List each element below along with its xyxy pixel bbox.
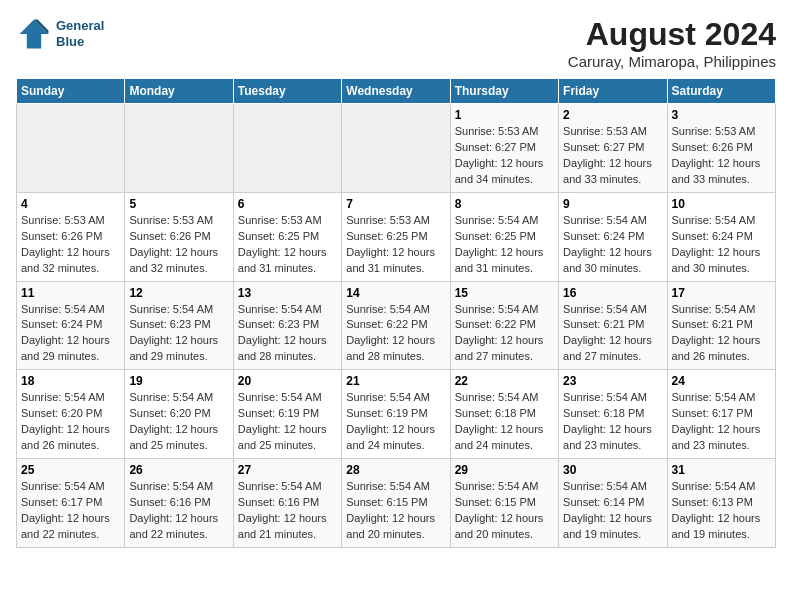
day-cell: 31 Sunrise: 5:54 AM Sunset: 6:13 PM Dayl…: [667, 459, 775, 548]
column-header-tuesday: Tuesday: [233, 79, 341, 104]
day-number: 4: [21, 197, 120, 211]
day-info: Sunrise: 5:54 AM Sunset: 6:19 PM Dayligh…: [238, 390, 337, 454]
day-info: Sunrise: 5:54 AM Sunset: 6:23 PM Dayligh…: [238, 302, 337, 366]
day-number: 11: [21, 286, 120, 300]
day-cell: 29 Sunrise: 5:54 AM Sunset: 6:15 PM Dayl…: [450, 459, 558, 548]
day-info: Sunrise: 5:54 AM Sunset: 6:24 PM Dayligh…: [563, 213, 662, 277]
day-info: Sunrise: 5:53 AM Sunset: 6:26 PM Dayligh…: [21, 213, 120, 277]
day-number: 27: [238, 463, 337, 477]
column-header-sunday: Sunday: [17, 79, 125, 104]
day-number: 15: [455, 286, 554, 300]
day-cell: 21 Sunrise: 5:54 AM Sunset: 6:19 PM Dayl…: [342, 370, 450, 459]
day-cell: 11 Sunrise: 5:54 AM Sunset: 6:24 PM Dayl…: [17, 281, 125, 370]
column-header-saturday: Saturday: [667, 79, 775, 104]
day-number: 17: [672, 286, 771, 300]
logo-line2: Blue: [56, 34, 104, 50]
day-number: 3: [672, 108, 771, 122]
day-info: Sunrise: 5:54 AM Sunset: 6:24 PM Dayligh…: [672, 213, 771, 277]
day-number: 10: [672, 197, 771, 211]
day-cell: 25 Sunrise: 5:54 AM Sunset: 6:17 PM Dayl…: [17, 459, 125, 548]
day-cell: 7 Sunrise: 5:53 AM Sunset: 6:25 PM Dayli…: [342, 192, 450, 281]
day-number: 22: [455, 374, 554, 388]
day-cell: 22 Sunrise: 5:54 AM Sunset: 6:18 PM Dayl…: [450, 370, 558, 459]
week-row-3: 11 Sunrise: 5:54 AM Sunset: 6:24 PM Dayl…: [17, 281, 776, 370]
day-number: 30: [563, 463, 662, 477]
day-info: Sunrise: 5:54 AM Sunset: 6:23 PM Dayligh…: [129, 302, 228, 366]
week-row-2: 4 Sunrise: 5:53 AM Sunset: 6:26 PM Dayli…: [17, 192, 776, 281]
day-info: Sunrise: 5:54 AM Sunset: 6:14 PM Dayligh…: [563, 479, 662, 543]
day-info: Sunrise: 5:54 AM Sunset: 6:16 PM Dayligh…: [129, 479, 228, 543]
column-header-monday: Monday: [125, 79, 233, 104]
calendar-header: SundayMondayTuesdayWednesdayThursdayFrid…: [17, 79, 776, 104]
day-cell: 3 Sunrise: 5:53 AM Sunset: 6:26 PM Dayli…: [667, 104, 775, 193]
day-cell: 27 Sunrise: 5:54 AM Sunset: 6:16 PM Dayl…: [233, 459, 341, 548]
day-cell: [233, 104, 341, 193]
calendar-table: SundayMondayTuesdayWednesdayThursdayFrid…: [16, 78, 776, 548]
logo-icon: [16, 16, 52, 52]
day-info: Sunrise: 5:53 AM Sunset: 6:26 PM Dayligh…: [672, 124, 771, 188]
page-header: General Blue August 2024 Caruray, Mimaro…: [16, 16, 776, 70]
day-info: Sunrise: 5:53 AM Sunset: 6:25 PM Dayligh…: [346, 213, 445, 277]
day-cell: 30 Sunrise: 5:54 AM Sunset: 6:14 PM Dayl…: [559, 459, 667, 548]
day-info: Sunrise: 5:54 AM Sunset: 6:15 PM Dayligh…: [346, 479, 445, 543]
day-info: Sunrise: 5:53 AM Sunset: 6:27 PM Dayligh…: [563, 124, 662, 188]
day-cell: 5 Sunrise: 5:53 AM Sunset: 6:26 PM Dayli…: [125, 192, 233, 281]
day-info: Sunrise: 5:54 AM Sunset: 6:17 PM Dayligh…: [672, 390, 771, 454]
day-cell: 13 Sunrise: 5:54 AM Sunset: 6:23 PM Dayl…: [233, 281, 341, 370]
day-cell: [342, 104, 450, 193]
day-number: 23: [563, 374, 662, 388]
week-row-5: 25 Sunrise: 5:54 AM Sunset: 6:17 PM Dayl…: [17, 459, 776, 548]
day-info: Sunrise: 5:53 AM Sunset: 6:25 PM Dayligh…: [238, 213, 337, 277]
day-cell: 9 Sunrise: 5:54 AM Sunset: 6:24 PM Dayli…: [559, 192, 667, 281]
day-number: 12: [129, 286, 228, 300]
day-info: Sunrise: 5:54 AM Sunset: 6:13 PM Dayligh…: [672, 479, 771, 543]
title-block: August 2024 Caruray, Mimaropa, Philippin…: [568, 16, 776, 70]
day-number: 31: [672, 463, 771, 477]
day-info: Sunrise: 5:54 AM Sunset: 6:16 PM Dayligh…: [238, 479, 337, 543]
calendar-subtitle: Caruray, Mimaropa, Philippines: [568, 53, 776, 70]
calendar-body: 1 Sunrise: 5:53 AM Sunset: 6:27 PM Dayli…: [17, 104, 776, 548]
day-cell: 19 Sunrise: 5:54 AM Sunset: 6:20 PM Dayl…: [125, 370, 233, 459]
column-header-wednesday: Wednesday: [342, 79, 450, 104]
column-header-friday: Friday: [559, 79, 667, 104]
day-number: 19: [129, 374, 228, 388]
day-info: Sunrise: 5:53 AM Sunset: 6:27 PM Dayligh…: [455, 124, 554, 188]
day-cell: 28 Sunrise: 5:54 AM Sunset: 6:15 PM Dayl…: [342, 459, 450, 548]
day-cell: 1 Sunrise: 5:53 AM Sunset: 6:27 PM Dayli…: [450, 104, 558, 193]
day-info: Sunrise: 5:54 AM Sunset: 6:19 PM Dayligh…: [346, 390, 445, 454]
logo-line1: General: [56, 18, 104, 34]
day-cell: 12 Sunrise: 5:54 AM Sunset: 6:23 PM Dayl…: [125, 281, 233, 370]
day-number: 5: [129, 197, 228, 211]
day-cell: 6 Sunrise: 5:53 AM Sunset: 6:25 PM Dayli…: [233, 192, 341, 281]
day-info: Sunrise: 5:54 AM Sunset: 6:22 PM Dayligh…: [346, 302, 445, 366]
day-number: 29: [455, 463, 554, 477]
calendar-title: August 2024: [568, 16, 776, 53]
day-number: 25: [21, 463, 120, 477]
day-info: Sunrise: 5:54 AM Sunset: 6:18 PM Dayligh…: [563, 390, 662, 454]
day-cell: 2 Sunrise: 5:53 AM Sunset: 6:27 PM Dayli…: [559, 104, 667, 193]
day-number: 14: [346, 286, 445, 300]
day-info: Sunrise: 5:54 AM Sunset: 6:24 PM Dayligh…: [21, 302, 120, 366]
day-number: 2: [563, 108, 662, 122]
day-info: Sunrise: 5:54 AM Sunset: 6:25 PM Dayligh…: [455, 213, 554, 277]
day-info: Sunrise: 5:53 AM Sunset: 6:26 PM Dayligh…: [129, 213, 228, 277]
logo-text: General Blue: [56, 18, 104, 49]
day-cell: [17, 104, 125, 193]
day-cell: 16 Sunrise: 5:54 AM Sunset: 6:21 PM Dayl…: [559, 281, 667, 370]
day-number: 26: [129, 463, 228, 477]
day-cell: 26 Sunrise: 5:54 AM Sunset: 6:16 PM Dayl…: [125, 459, 233, 548]
day-number: 18: [21, 374, 120, 388]
day-number: 9: [563, 197, 662, 211]
day-cell: 17 Sunrise: 5:54 AM Sunset: 6:21 PM Dayl…: [667, 281, 775, 370]
day-cell: 4 Sunrise: 5:53 AM Sunset: 6:26 PM Dayli…: [17, 192, 125, 281]
day-cell: 20 Sunrise: 5:54 AM Sunset: 6:19 PM Dayl…: [233, 370, 341, 459]
day-cell: 14 Sunrise: 5:54 AM Sunset: 6:22 PM Dayl…: [342, 281, 450, 370]
day-cell: 18 Sunrise: 5:54 AM Sunset: 6:20 PM Dayl…: [17, 370, 125, 459]
day-info: Sunrise: 5:54 AM Sunset: 6:21 PM Dayligh…: [672, 302, 771, 366]
day-cell: 23 Sunrise: 5:54 AM Sunset: 6:18 PM Dayl…: [559, 370, 667, 459]
day-info: Sunrise: 5:54 AM Sunset: 6:17 PM Dayligh…: [21, 479, 120, 543]
day-cell: 8 Sunrise: 5:54 AM Sunset: 6:25 PM Dayli…: [450, 192, 558, 281]
day-cell: [125, 104, 233, 193]
day-info: Sunrise: 5:54 AM Sunset: 6:22 PM Dayligh…: [455, 302, 554, 366]
day-cell: 15 Sunrise: 5:54 AM Sunset: 6:22 PM Dayl…: [450, 281, 558, 370]
